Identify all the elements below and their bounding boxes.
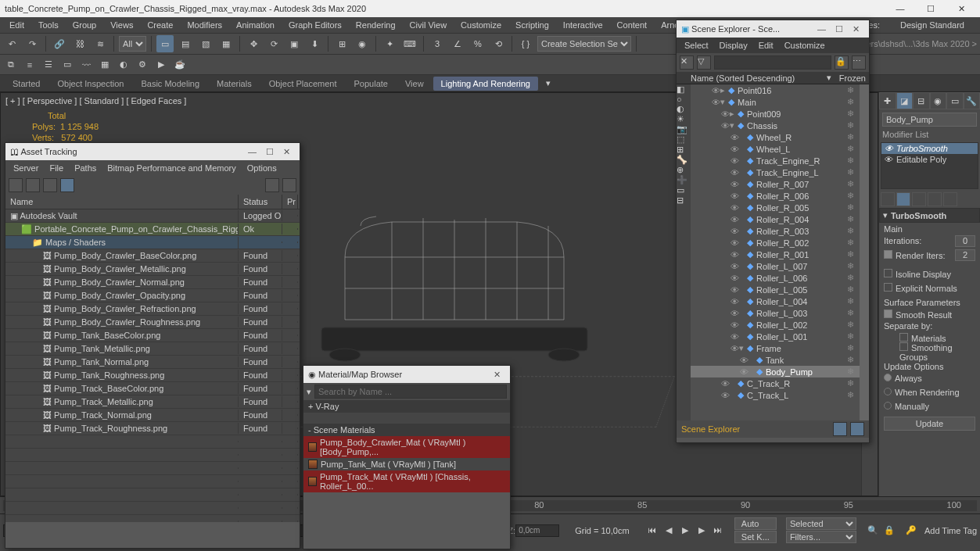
isoline-checkbox[interactable] — [884, 269, 892, 277]
sx-tool-icon[interactable]: ⊕ — [677, 165, 691, 175]
asset-row[interactable]: 🖼 Pump_Tank_Roughness.pngFound — [5, 369, 300, 382]
keyfilter-filters-dropdown[interactable]: Filters... — [786, 531, 856, 543]
sx-tool-icon[interactable]: ☀ — [677, 114, 691, 124]
scrollbar[interactable] — [860, 84, 869, 420]
eye-icon[interactable]: 👁 — [885, 144, 893, 153]
menu-graph-editors[interactable]: Graph Editors — [282, 19, 348, 31]
iterations-field[interactable] — [955, 235, 975, 247]
select-name-icon[interactable]: ▤ — [177, 35, 194, 52]
layer-explorer-icon[interactable]: ☰ — [41, 57, 56, 73]
sx-tool-icon[interactable]: ◧ — [677, 84, 691, 95]
rect-region-icon[interactable]: ▧ — [197, 35, 214, 52]
explicit-normals-checkbox[interactable] — [884, 283, 892, 292]
scene-tree-item[interactable]: 👁◆Track_Engine_R❄ — [691, 155, 860, 166]
menu-customize[interactable]: Customize — [454, 19, 508, 31]
mat-group-scene[interactable]: - Scene Materials — [303, 424, 510, 436]
scene-tree-item[interactable]: 👁◆Roller_L_002❄ — [691, 319, 860, 331]
tab-view[interactable]: View — [397, 77, 432, 91]
sx-foot-icon[interactable] — [850, 422, 864, 436]
select-icon[interactable]: ▭ — [156, 35, 174, 52]
asset-row[interactable]: 🖼 Pump_Body_Crawler_Metallic.pngFound — [5, 263, 300, 276]
asset-row[interactable]: 🟩 Portable_Concrete_Pump_on_Crawler_Chas… — [5, 223, 300, 236]
pin-stack-icon[interactable] — [881, 192, 895, 206]
sx-header-frozen[interactable]: Frozen — [831, 73, 866, 83]
sx-menu-edit[interactable]: Edit — [754, 39, 778, 52]
at-menu-bitmap[interactable]: Bitmap Performance and Memory — [102, 162, 240, 174]
scene-tree-item[interactable]: 👁◆C_Track_L❄ — [691, 389, 860, 401]
asset-row[interactable]: 📁 Maps / Shaders — [5, 236, 300, 249]
scale-icon[interactable]: ▣ — [285, 35, 303, 52]
modifier-list-label[interactable]: Modifier List — [879, 128, 980, 141]
tab-basic-modeling[interactable]: Basic Modeling — [133, 77, 207, 91]
at-menu-options[interactable]: Options — [242, 162, 282, 174]
menu-content[interactable]: Content — [611, 19, 654, 31]
asset-row[interactable]: 🖼 Pump_Track_BaseColor.pngFound — [5, 382, 300, 395]
sx-tool-icon[interactable]: ⬚ — [677, 134, 691, 145]
cmd-tab-modify-icon[interactable]: ◪ — [896, 92, 914, 109]
mat-group-vray[interactable]: + V-Ray — [303, 400, 510, 413]
menu-group[interactable]: Group — [66, 19, 103, 31]
render-setup-icon[interactable]: ⚙ — [135, 57, 150, 73]
refcoord-icon[interactable]: ⊞ — [333, 35, 350, 52]
tab-lighting-rendering[interactable]: Lighting And Rendering — [433, 77, 538, 91]
menu-tools[interactable]: Tools — [32, 19, 65, 31]
menu-modifiers[interactable]: Modifiers — [181, 19, 228, 31]
sep-materials-checkbox[interactable] — [899, 333, 908, 342]
keyfilter-selected-dropdown[interactable]: Selected — [786, 517, 856, 530]
scene-tree-item[interactable]: 👁◆Roller_R_007❄ — [691, 178, 860, 190]
sx-tool-icon[interactable]: ➕ — [677, 175, 691, 185]
update-rendering-radio[interactable] — [884, 388, 892, 395]
menu-views[interactable]: Views — [104, 19, 139, 31]
align-icon[interactable]: ≡ — [22, 57, 38, 73]
snap-toggle-icon[interactable]: 3 — [429, 35, 446, 52]
lock-icon[interactable]: 🔒 — [882, 524, 896, 538]
object-name-field[interactable] — [882, 113, 977, 127]
cmd-tab-create-icon[interactable]: ✚ — [879, 92, 896, 109]
bind-spacewarp-icon[interactable]: ≋ — [92, 35, 109, 52]
sx-lock-icon[interactable]: 🔒 — [835, 55, 849, 70]
update-always-radio[interactable] — [884, 374, 892, 381]
rollout-title[interactable]: TurboSmooth — [891, 211, 946, 220]
cmd-tab-motion-icon[interactable]: ◉ — [930, 92, 947, 109]
sx-foot-icon[interactable] — [833, 422, 847, 436]
scene-tree-item[interactable]: 👁▾ ◆Chassis❄ — [691, 120, 860, 131]
undo-icon[interactable]: ↶ — [3, 35, 20, 52]
selection-set-dropdown[interactable]: Create Selection Set — [537, 36, 631, 52]
sx-tool-icon[interactable]: ⊟ — [677, 195, 691, 206]
update-button[interactable]: Update — [884, 417, 975, 431]
asset-row[interactable]: 🖼 Pump_Body_Crawler_Opacity.pngFound — [5, 289, 300, 302]
at-col-status[interactable]: Status — [239, 195, 282, 209]
toggle-ribbon-icon[interactable]: ▭ — [59, 57, 75, 73]
at-tool-icon[interactable] — [9, 178, 23, 192]
rotate-icon[interactable]: ⟳ — [265, 35, 282, 52]
material-search-input[interactable] — [314, 385, 507, 399]
add-time-tag[interactable]: Add Time Tag — [924, 526, 977, 535]
scene-explorer-tree[interactable]: 👁▸ ◆Point016❄👁▾ ◆Main❄👁▸ ◆Point009❄👁▾ ◆C… — [691, 84, 860, 420]
z-coord-field[interactable] — [515, 524, 559, 537]
scene-tree-item[interactable]: 👁◆Track_Engine_L❄ — [691, 166, 860, 178]
schematic-view-icon[interactable]: ▦ — [97, 57, 113, 73]
sx-tool-icon[interactable]: 📷 — [677, 124, 691, 134]
close-icon[interactable]: ✕ — [848, 24, 864, 34]
scene-tree-item[interactable]: 👁◆Roller_L_001❄ — [691, 331, 860, 342]
scene-tree-item[interactable]: 👁◆Tank❄ — [691, 354, 860, 366]
angle-snap-icon[interactable]: ∠ — [449, 35, 466, 52]
sx-header-name[interactable]: Name (Sorted Descending) — [691, 73, 827, 83]
unlink-icon[interactable]: ⛓ — [71, 35, 88, 52]
scene-tree-item[interactable]: 👁◆Body_Pump❄ — [691, 366, 860, 377]
render-iters-checkbox[interactable] — [884, 250, 892, 259]
placement-icon[interactable]: ⬇ — [306, 35, 323, 52]
sx-menu-select[interactable]: Select — [680, 39, 713, 52]
set-key-button[interactable]: Set K... — [734, 531, 777, 543]
named-selset-icon[interactable]: { } — [517, 35, 534, 52]
asset-row[interactable]: 🖼 Pump_Track_Roughness.pngFound — [5, 422, 300, 435]
spinner-snap-icon[interactable]: ⟲ — [490, 35, 507, 52]
sx-menu-display[interactable]: Display — [715, 39, 752, 52]
scene-tree-item[interactable]: 👁▸ ◆Point016❄ — [691, 84, 860, 96]
tab-materials[interactable]: Materials — [209, 77, 260, 91]
cmd-tab-utilities-icon[interactable]: 🔧 — [964, 92, 981, 109]
minimize-icon[interactable]: — — [813, 24, 831, 34]
maximize-icon[interactable]: ☐ — [917, 4, 945, 14]
tab-populate[interactable]: Populate — [346, 77, 396, 91]
material-row[interactable]: Pump_Body_Crawler_Mat ( VRayMtl ) [Body_… — [303, 436, 510, 458]
